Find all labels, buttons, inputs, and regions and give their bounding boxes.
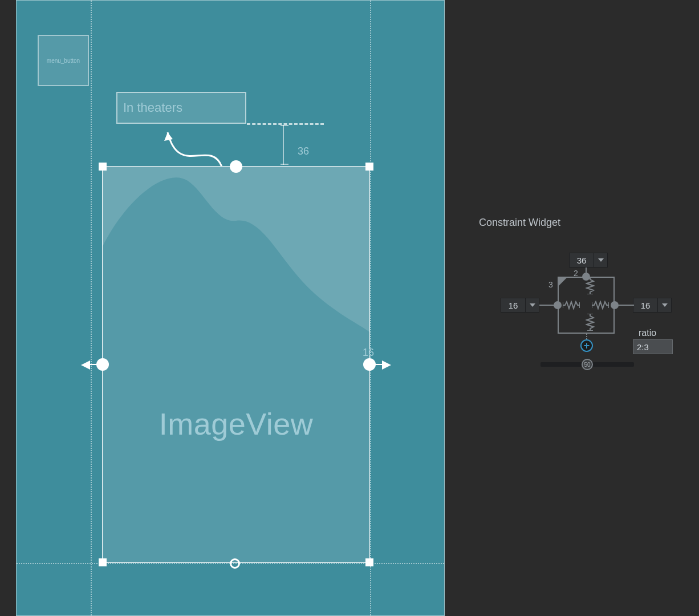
- left-arrow-icon: [81, 360, 90, 370]
- horizontal-bias-slider[interactable]: 50: [540, 362, 634, 367]
- menu-button-view[interactable]: menu_button: [38, 35, 89, 86]
- margin-left-dropdown[interactable]: 16: [501, 298, 539, 313]
- top-margin-measure: 36: [283, 125, 284, 165]
- resize-handle-bl[interactable]: [99, 558, 107, 566]
- right-constraint-line: [369, 364, 382, 365]
- margin-top-dropdown[interactable]: 36: [569, 253, 608, 268]
- top-margin-value: 36: [298, 145, 309, 157]
- ratio-label: ratio: [639, 328, 656, 338]
- constraint-handle-top[interactable]: [230, 160, 242, 173]
- anchor-left[interactable]: [554, 301, 562, 309]
- right-arrow-icon: [382, 360, 391, 370]
- chevron-down-icon: [657, 298, 671, 312]
- width-mode-left[interactable]: [563, 301, 580, 310]
- guideline-vertical-right[interactable]: [370, 1, 371, 615]
- ratio-value: 2:3: [637, 342, 649, 352]
- margin-right-value: 16: [633, 301, 657, 310]
- right-margin-value: 16: [363, 347, 374, 359]
- app-root: menu_button In theaters 36 ImageView: [0, 0, 699, 616]
- image-placeholder-icon: [103, 167, 369, 343]
- bias-value: 50: [584, 362, 590, 368]
- resize-handle-br[interactable]: [365, 558, 373, 566]
- margin-left-value: 16: [501, 301, 525, 310]
- constraint-handle-bottom[interactable]: [230, 558, 240, 569]
- add-bottom-constraint-button[interactable]: +: [580, 339, 593, 352]
- layout-canvas[interactable]: menu_button In theaters 36 ImageView: [0, 0, 462, 616]
- constraint-widget-title: Constraint Widget: [479, 217, 682, 229]
- guideline-vertical-left[interactable]: [91, 1, 92, 615]
- ratio-h: 3: [548, 280, 553, 289]
- height-mode-top[interactable]: [586, 277, 595, 294]
- device-frame: menu_button In theaters 36 ImageView: [16, 0, 445, 616]
- anchor-right[interactable]: [611, 301, 619, 309]
- width-mode-right[interactable]: [592, 301, 609, 310]
- margin-top-value: 36: [570, 256, 594, 265]
- right-link-line: [617, 305, 634, 306]
- aspect-ratio-toggle[interactable]: [559, 278, 567, 286]
- resize-handle-tl[interactable]: [99, 163, 107, 171]
- margin-right-dropdown[interactable]: 16: [633, 298, 672, 313]
- resize-handle-tr[interactable]: [365, 163, 373, 171]
- left-constraint-line: [90, 364, 103, 365]
- menu-button-label: menu_button: [47, 58, 80, 64]
- chevron-down-icon: [594, 253, 607, 267]
- title-textview[interactable]: In theaters: [116, 92, 246, 124]
- constraint-widget[interactable]: 36 16 16 2 3: [489, 248, 672, 385]
- chevron-down-icon: [525, 298, 539, 312]
- height-mode-bottom[interactable]: [586, 314, 595, 331]
- bias-thumb[interactable]: 50: [582, 359, 593, 370]
- title-text: In theaters: [123, 100, 182, 115]
- imageview-label: ImageView: [103, 406, 369, 441]
- attributes-panel: Constraint Widget 36 16 16 2 3: [462, 0, 699, 616]
- ratio-input[interactable]: 2:3: [633, 339, 673, 354]
- imageview-selected[interactable]: ImageView 16: [102, 166, 370, 563]
